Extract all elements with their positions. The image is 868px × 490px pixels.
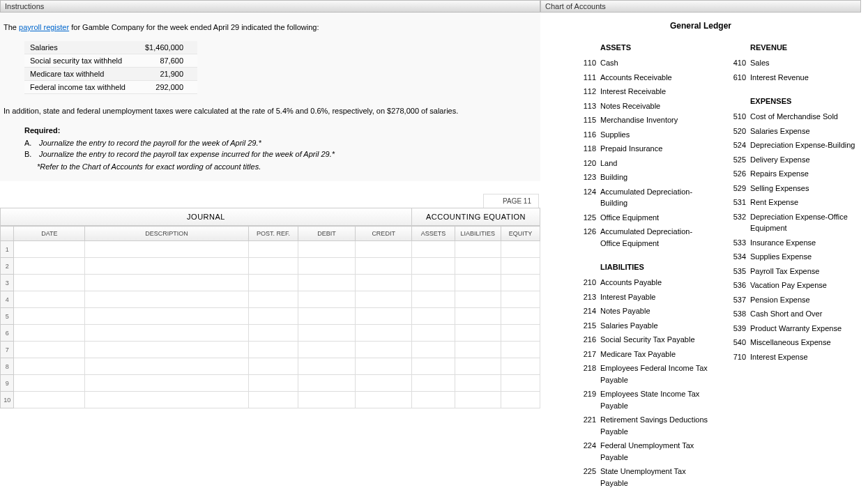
journal-cell-post[interactable]: [248, 291, 298, 308]
journal-cell-post[interactable]: [248, 241, 298, 258]
journal-cell-post[interactable]: [248, 308, 298, 325]
journal-cell-date[interactable]: [14, 258, 85, 275]
account-row: 526Repairs Expense: [732, 167, 861, 181]
journal-cell-post[interactable]: [248, 325, 298, 342]
journal-cell-debit[interactable]: [298, 308, 356, 325]
journal-cell-assets[interactable]: [412, 392, 455, 408]
journal-cell-debit[interactable]: [298, 392, 356, 408]
account-number: 224: [582, 440, 600, 463]
journal-cell-liab[interactable]: [455, 358, 501, 375]
journal-cell-eq[interactable]: [501, 258, 540, 275]
col-debit: DEBIT: [298, 227, 356, 241]
journal-cell-assets[interactable]: [412, 241, 455, 258]
account-number: 536: [732, 280, 750, 291]
journal-cell-liab[interactable]: [455, 342, 501, 358]
journal-cell-assets[interactable]: [412, 275, 455, 291]
journal-cell-desc[interactable]: [85, 375, 249, 392]
journal-cell-date[interactable]: [14, 291, 85, 308]
journal-cell-date[interactable]: [14, 241, 85, 258]
journal-cell-assets[interactable]: [412, 291, 455, 308]
journal-cell-desc[interactable]: [85, 291, 249, 308]
journal-cell-credit[interactable]: [355, 308, 412, 325]
journal-cell-credit[interactable]: [355, 392, 412, 408]
account-name: Vacation Pay Expense: [750, 280, 861, 291]
journal-cell-assets[interactable]: [412, 375, 455, 392]
journal-cell-credit[interactable]: [355, 325, 412, 342]
journal-cell-date[interactable]: [14, 342, 85, 358]
journal-cell-eq[interactable]: [501, 275, 540, 291]
journal-cell-debit[interactable]: [298, 241, 356, 258]
journal-cell-liab[interactable]: [455, 325, 501, 342]
journal-cell-assets[interactable]: [412, 308, 455, 325]
journal-cell-credit[interactable]: [355, 291, 412, 308]
account-name: State Unemployment Tax Payable: [600, 466, 711, 489]
journal-cell-debit[interactable]: [298, 291, 356, 308]
journal-cell-liab[interactable]: [455, 258, 501, 275]
journal-cell-date[interactable]: [14, 392, 85, 408]
account-row: 520Salaries Expense: [732, 124, 861, 139]
account-number: 525: [732, 154, 750, 166]
journal-cell-desc[interactable]: [85, 325, 249, 342]
journal-cell-date[interactable]: [14, 308, 85, 325]
journal-cell-assets[interactable]: [412, 358, 455, 375]
journal-row: 2: [1, 258, 540, 275]
payroll-register-link[interactable]: payroll register: [19, 23, 69, 31]
journal-cell-desc[interactable]: [85, 392, 249, 408]
journal-cell-post[interactable]: [248, 275, 298, 291]
journal-cell-desc[interactable]: [85, 308, 249, 325]
journal-cell-assets[interactable]: [412, 342, 455, 358]
journal-cell-debit[interactable]: [298, 325, 356, 342]
journal-cell-eq[interactable]: [501, 342, 540, 358]
journal-cell-desc[interactable]: [85, 275, 249, 291]
journal-cell-debit[interactable]: [298, 358, 356, 375]
journal-cell-post[interactable]: [248, 375, 298, 392]
journal-cell-credit[interactable]: [355, 375, 412, 392]
journal-cell-post[interactable]: [248, 342, 298, 358]
journal-cell-desc[interactable]: [85, 358, 249, 375]
journal-cell-debit[interactable]: [298, 375, 356, 392]
journal-cell-credit[interactable]: [355, 275, 412, 291]
intro-post: for Gamble Company for the week ended Ap…: [69, 23, 319, 31]
journal-cell-post[interactable]: [248, 358, 298, 375]
expenses-section: EXPENSES 510Cost of Merchandise Sold520S…: [732, 97, 861, 364]
journal-cell-eq[interactable]: [501, 241, 540, 258]
account-number: 538: [732, 308, 750, 320]
journal-cell-debit[interactable]: [298, 275, 356, 291]
account-number: 112: [582, 86, 600, 98]
journal-cell-date[interactable]: [14, 358, 85, 375]
journal-cell-liab[interactable]: [455, 392, 501, 408]
journal-cell-assets[interactable]: [412, 258, 455, 275]
journal-cell-desc[interactable]: [85, 258, 249, 275]
journal-cell-desc[interactable]: [85, 342, 249, 358]
journal-cell-credit[interactable]: [355, 241, 412, 258]
journal-cell-desc[interactable]: [85, 241, 249, 258]
account-number: 537: [732, 294, 750, 306]
journal-cell-debit[interactable]: [298, 342, 356, 358]
page-indicator: PAGE 11: [483, 194, 539, 208]
journal-cell-eq[interactable]: [501, 308, 540, 325]
assets-heading: ASSETS: [582, 43, 711, 52]
journal-cell-eq[interactable]: [501, 291, 540, 308]
journal-cell-liab[interactable]: [455, 291, 501, 308]
journal-cell-liab[interactable]: [455, 241, 501, 258]
journal-cell-assets[interactable]: [412, 325, 455, 342]
journal-cell-credit[interactable]: [355, 258, 412, 275]
journal-cell-liab[interactable]: [455, 275, 501, 291]
journal-cell-eq[interactable]: [501, 375, 540, 392]
journal-cell-credit[interactable]: [355, 358, 412, 375]
account-row: 525Delivery Expense: [732, 153, 861, 167]
row-number: 1: [1, 241, 14, 258]
journal-cell-liab[interactable]: [455, 375, 501, 392]
col-credit: CREDIT: [355, 227, 412, 241]
journal-cell-credit[interactable]: [355, 342, 412, 358]
journal-cell-date[interactable]: [14, 275, 85, 291]
journal-cell-eq[interactable]: [501, 325, 540, 342]
journal-cell-eq[interactable]: [501, 392, 540, 408]
journal-cell-date[interactable]: [14, 325, 85, 342]
journal-cell-date[interactable]: [14, 375, 85, 392]
journal-cell-post[interactable]: [248, 392, 298, 408]
journal-cell-eq[interactable]: [501, 358, 540, 375]
journal-cell-debit[interactable]: [298, 258, 356, 275]
journal-cell-post[interactable]: [248, 258, 298, 275]
journal-cell-liab[interactable]: [455, 308, 501, 325]
